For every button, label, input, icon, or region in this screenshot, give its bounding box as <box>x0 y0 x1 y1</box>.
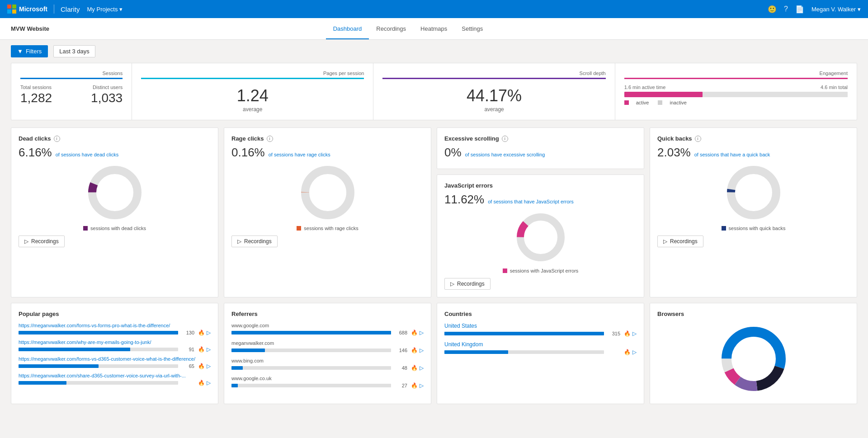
quick-backs-info-icon[interactable]: i <box>695 136 701 142</box>
nav-left: Microsoft Clarity My Projects ▾ <box>7 4 126 14</box>
page-url: https://meganvwalker.com/share-d365-cust… <box>19 373 211 378</box>
dead-clicks-legend-label: sessions with dead clicks <box>90 226 146 231</box>
rage-clicks-recordings-button[interactable]: ▷ Recordings <box>231 235 278 247</box>
user-menu-button[interactable]: Megan V. Walker ▾ <box>811 6 861 13</box>
stats-row: Sessions Total sessions Distinct users 1… <box>11 63 857 120</box>
metrics-cards: Dead clicks i 6.16% of sessions have dea… <box>11 127 857 297</box>
bar-icons: 🔥 ▷ <box>198 380 211 386</box>
pages-value: 1.24 <box>141 86 364 105</box>
sessions-label: Sessions <box>20 71 123 76</box>
recording-icon[interactable]: ▷ <box>632 330 637 337</box>
bar-bg <box>19 331 178 334</box>
bar-fill <box>19 364 99 368</box>
bar-count: 688 <box>395 330 407 335</box>
engagement-fill <box>624 92 703 97</box>
heatmap-icon[interactable]: 🔥 <box>624 330 631 337</box>
list-item: www.google.com 688 🔥 ▷ <box>231 323 424 336</box>
recording-icon[interactable]: ▷ <box>420 365 424 371</box>
heatmap-icon[interactable]: 🔥 <box>411 347 418 353</box>
excessive-scrolling-info-icon[interactable]: i <box>502 136 508 142</box>
heatmap-icon[interactable]: 🔥 <box>198 380 205 386</box>
js-errors-recordings-button[interactable]: ▷ Recordings <box>444 278 491 290</box>
pages-per-session-card: Pages per session 1.24 average <box>132 63 373 120</box>
recording-icon[interactable]: ▷ <box>632 349 637 355</box>
quick-backs-percent-row: 2.03% of sessions that have a quick back <box>657 146 849 160</box>
dead-clicks-legend-color <box>83 226 88 231</box>
bar-fill <box>19 348 130 351</box>
heatmap-icon[interactable]: 🔥 <box>411 330 418 336</box>
popular-pages-card: Popular pages https://meganvwalker.com/f… <box>11 303 218 404</box>
dead-clicks-percent-row: 6.16% of sessions have dead clicks <box>19 146 211 160</box>
heatmap-icon[interactable]: 🔥 <box>411 365 418 371</box>
recording-icon[interactable]: ▷ <box>207 330 211 336</box>
heatmap-icon[interactable]: 🔥 <box>624 349 631 355</box>
js-errors-percent: 11.62% <box>444 193 484 207</box>
list-item: www.bing.com 48 🔥 ▷ <box>231 358 424 371</box>
help-icon[interactable]: ? <box>784 5 788 13</box>
country-name: United States <box>444 323 637 329</box>
recording-icon[interactable]: ▷ <box>420 382 424 389</box>
tab-settings[interactable]: Settings <box>454 19 490 39</box>
list-item: United States 315 🔥 ▷ <box>444 323 637 337</box>
quick-backs-desc: of sessions that have a quick back <box>694 152 770 157</box>
tab-heatmaps[interactable]: Heatmaps <box>413 19 454 39</box>
bar-fill <box>19 381 66 385</box>
my-projects-button[interactable]: My Projects ▾ <box>84 4 127 14</box>
excessive-scrolling-desc: of sessions have excessive scrolling <box>465 152 545 157</box>
engagement-label: Engagement <box>624 71 848 76</box>
excessive-scrolling-title: Excessive scrolling i <box>444 135 637 142</box>
bar-icons: 🔥 ▷ <box>198 346 211 353</box>
sessions-bar <box>20 78 123 79</box>
recording-icon[interactable]: ▷ <box>207 346 211 353</box>
video-icon-js: ▷ <box>450 281 454 287</box>
sessions-values: 1,282 1,033 <box>20 91 123 105</box>
referrer-name: www.google.co.uk <box>231 376 424 381</box>
heatmap-icon[interactable]: 🔥 <box>198 330 205 336</box>
browsers-card: Browsers <box>650 303 857 404</box>
page-url: https://meganvwalker.com/why-are-my-emai… <box>19 339 211 345</box>
rage-clicks-info-icon[interactable]: i <box>267 136 273 142</box>
bar-row: 146 🔥 ▷ <box>231 347 424 353</box>
distinct-users-label: Distinct users <box>93 85 123 90</box>
bar-fill <box>231 331 391 334</box>
secondary-navigation: MVW Website Dashboard Recordings Heatmap… <box>0 18 868 40</box>
tab-recordings[interactable]: Recordings <box>369 19 413 39</box>
quick-backs-title: Quick backs i <box>657 135 849 142</box>
recording-icon[interactable]: ▷ <box>420 347 424 353</box>
list-item: https://meganvwalker.com/forms-vs-d365-c… <box>19 356 211 369</box>
heatmap-icon[interactable]: 🔥 <box>198 346 205 353</box>
dead-clicks-desc: of sessions have dead clicks <box>56 152 118 157</box>
js-errors-legend: sessions with JavaScript errors <box>444 268 637 273</box>
filter-icon: ▼ <box>17 48 23 55</box>
bar-fill <box>231 384 238 387</box>
bar-count: 91 <box>182 347 194 352</box>
bar-icons: 🔥 ▷ <box>624 330 637 337</box>
recording-icon[interactable]: ▷ <box>420 330 424 336</box>
document-icon[interactable]: 📄 <box>795 5 804 14</box>
heatmap-icon[interactable]: 🔥 <box>411 382 418 389</box>
bar-row: 315 🔥 ▷ <box>444 330 637 337</box>
filter-button[interactable]: ▼ Filters <box>11 45 48 57</box>
bar-bg <box>444 350 604 354</box>
dead-clicks-info-icon[interactable]: i <box>54 136 60 142</box>
list-item: United Kingdom 🔥 ▷ <box>444 341 637 355</box>
dead-clicks-donut <box>19 163 211 222</box>
country-name: United Kingdom <box>444 341 637 348</box>
bar-row: 688 🔥 ▷ <box>231 330 424 336</box>
bar-bg <box>231 384 391 387</box>
quick-backs-recordings-button[interactable]: ▷ Recordings <box>657 235 703 247</box>
tab-dashboard[interactable]: Dashboard <box>326 19 369 39</box>
bar-row: 48 🔥 ▷ <box>231 365 424 371</box>
user-name: Megan V. Walker <box>811 6 856 13</box>
toolbar: ▼ Filters Last 3 days <box>0 40 868 63</box>
recording-icon[interactable]: ▷ <box>207 380 211 386</box>
inactive-legend-label: inactive <box>670 100 686 105</box>
video-icon-qb: ▷ <box>663 238 667 245</box>
recording-icon[interactable]: ▷ <box>207 363 211 369</box>
js-errors-card: JavaScript errors 11.62% of sessions tha… <box>437 174 644 297</box>
bar-fill <box>231 349 265 352</box>
emoji-icon[interactable]: 🙂 <box>768 5 777 14</box>
dead-clicks-recordings-button[interactable]: ▷ Recordings <box>19 235 65 247</box>
microsoft-logo: Microsoft Clarity <box>7 5 80 14</box>
heatmap-icon[interactable]: 🔥 <box>198 363 205 369</box>
